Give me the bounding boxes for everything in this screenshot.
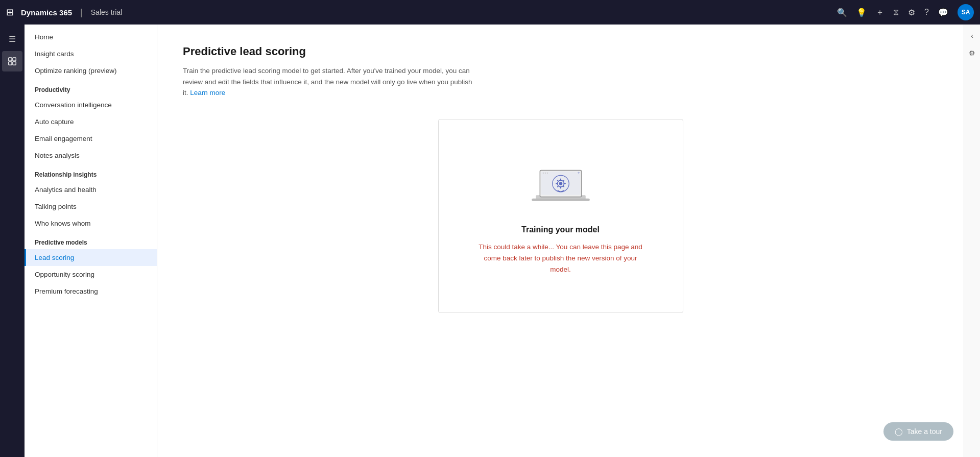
svg-point-8 — [542, 173, 543, 174]
nav-item-analytics-health[interactable]: Analytics and health — [25, 181, 157, 198]
nav-item-opportunity-scoring[interactable]: Opportunity scoring — [25, 266, 157, 283]
icon-sidebar: ☰ — [0, 25, 25, 457]
lightbulb-icon[interactable]: 💡 — [856, 8, 867, 17]
settings-icon[interactable]: ⚙ — [908, 8, 915, 17]
page-description: Train the predictive lead scoring model … — [183, 65, 479, 99]
section-productivity: Productivity — [25, 79, 157, 97]
help-icon[interactable]: ? — [924, 8, 929, 17]
training-card-description: This could take a while... You can leave… — [474, 242, 648, 275]
training-illustration: + — [528, 157, 594, 213]
main-layout: ☰ Home Insight cards Optimize ranking (p… — [0, 25, 980, 457]
svg-point-10 — [546, 173, 547, 174]
nav-item-lead-scoring[interactable]: Lead scoring — [25, 249, 157, 266]
page-description-text: Train the predictive lead scoring model … — [183, 67, 472, 97]
hamburger-menu-icon[interactable]: ☰ — [2, 29, 22, 49]
take-tour-label: Take a tour — [907, 427, 942, 436]
svg-rect-3 — [13, 62, 16, 65]
nav-item-premium-forecasting[interactable]: Premium forecasting — [25, 283, 157, 300]
training-card-wrapper: + Training your model This could take a … — [183, 119, 938, 313]
nav-item-notes-analysis[interactable]: Notes analysis — [25, 147, 157, 164]
collapse-icon[interactable]: ‹ — [968, 29, 976, 43]
chat-icon[interactable]: 💬 — [938, 8, 948, 17]
topnav-icons: 🔍 💡 ＋ ⧖ ⚙ ? 💬 SA — [837, 4, 974, 20]
nav-item-who-knows-whom[interactable]: Who knows whom — [25, 215, 157, 232]
training-card: + Training your model This could take a … — [438, 119, 683, 313]
nav-item-conversation-intelligence[interactable]: Conversation intelligence — [25, 97, 157, 113]
nav-item-optimize-ranking[interactable]: Optimize ranking (preview) — [25, 62, 157, 79]
right-panel: ‹ ⚙ — [964, 25, 980, 457]
section-relationship-insights: Relationship insights — [25, 164, 157, 181]
user-avatar[interactable]: SA — [958, 4, 974, 20]
learn-more-link[interactable]: Learn more — [190, 89, 225, 97]
nav-separator: | — [80, 7, 83, 18]
tour-icon: ◯ — [895, 427, 903, 436]
svg-text:+: + — [577, 170, 580, 176]
search-icon[interactable]: 🔍 — [837, 8, 847, 17]
svg-point-9 — [544, 173, 545, 174]
add-icon[interactable]: ＋ — [876, 7, 884, 18]
nav-item-auto-capture[interactable]: Auto capture — [25, 113, 157, 130]
section-predictive-models: Predictive models — [25, 232, 157, 249]
brand-name: Dynamics 365 — [21, 8, 72, 17]
nav-item-home[interactable]: Home — [25, 29, 157, 45]
nav-item-talking-points[interactable]: Talking points — [25, 198, 157, 215]
nav-icon-active[interactable] — [2, 51, 22, 71]
nav-item-insight-cards[interactable]: Insight cards — [25, 45, 157, 62]
trial-label: Sales trial — [91, 8, 122, 16]
training-card-title: Training your model — [521, 225, 600, 234]
top-navigation: ⊞ Dynamics 365 | Sales trial 🔍 💡 ＋ ⧖ ⚙ ?… — [0, 0, 980, 25]
svg-rect-1 — [13, 58, 16, 61]
filter-icon[interactable]: ⧖ — [893, 8, 899, 17]
page-title: Predictive lead scoring — [183, 45, 938, 58]
svg-rect-2 — [9, 62, 12, 65]
grid-icon[interactable]: ⊞ — [6, 7, 14, 18]
svg-point-13 — [559, 182, 562, 186]
svg-rect-5 — [532, 199, 590, 201]
panel-settings-icon[interactable]: ⚙ — [966, 46, 978, 60]
content-area: Predictive lead scoring Train the predic… — [157, 25, 964, 457]
take-tour-button[interactable]: ◯ Take a tour — [883, 422, 953, 441]
nav-item-email-engagement[interactable]: Email engagement — [25, 130, 157, 147]
left-nav: Home Insight cards Optimize ranking (pre… — [25, 25, 157, 457]
svg-rect-0 — [9, 58, 12, 61]
